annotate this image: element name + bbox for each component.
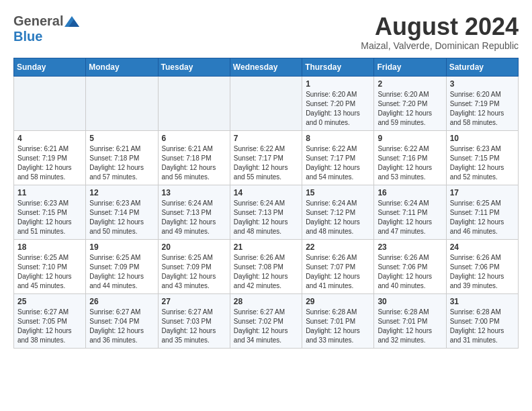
calendar-day: 11Sunrise: 6:23 AM Sunset: 7:15 PM Dayli…	[14, 185, 86, 239]
day-info: Sunrise: 6:20 AM Sunset: 7:20 PM Dayligh…	[378, 90, 442, 128]
day-info: Sunrise: 6:26 AM Sunset: 7:08 PM Dayligh…	[234, 253, 298, 291]
day-info: Sunrise: 6:23 AM Sunset: 7:15 PM Dayligh…	[450, 144, 515, 182]
weekday-header-sunday: Sunday	[14, 58, 86, 76]
day-info: Sunrise: 6:21 AM Sunset: 7:18 PM Dayligh…	[89, 144, 154, 182]
day-number: 28	[234, 297, 298, 306]
day-info: Sunrise: 6:28 AM Sunset: 7:01 PM Dayligh…	[378, 308, 442, 345]
calendar-day: 7Sunrise: 6:22 AM Sunset: 7:17 PM Daylig…	[230, 130, 302, 185]
day-info: Sunrise: 6:25 AM Sunset: 7:10 PM Dayligh…	[17, 253, 82, 291]
day-number: 5	[89, 134, 154, 143]
day-number: 23	[378, 242, 442, 252]
calendar-day: 19Sunrise: 6:25 AM Sunset: 7:09 PM Dayli…	[86, 239, 158, 293]
day-info: Sunrise: 6:23 AM Sunset: 7:15 PM Dayligh…	[17, 199, 82, 236]
day-number: 6	[162, 134, 226, 143]
calendar-day: 3Sunrise: 6:20 AM Sunset: 7:19 PM Daylig…	[446, 76, 518, 130]
weekday-header-saturday: Saturday	[446, 58, 518, 76]
day-info: Sunrise: 6:21 AM Sunset: 7:18 PM Dayligh…	[162, 144, 226, 182]
calendar-day: 2Sunrise: 6:20 AM Sunset: 7:20 PM Daylig…	[374, 76, 446, 130]
calendar-day	[86, 76, 158, 130]
calendar-title: August 2024	[361, 13, 519, 40]
day-number: 20	[162, 242, 226, 252]
weekday-header-row: SundayMondayTuesdayWednesdayThursdayFrid…	[14, 58, 519, 76]
calendar-week-row: 25Sunrise: 6:27 AM Sunset: 7:05 PM Dayli…	[14, 293, 519, 348]
day-info: Sunrise: 6:25 AM Sunset: 7:09 PM Dayligh…	[89, 253, 154, 291]
calendar-day: 5Sunrise: 6:21 AM Sunset: 7:18 PM Daylig…	[86, 130, 158, 185]
day-number: 11	[17, 188, 82, 197]
calendar-day: 10Sunrise: 6:23 AM Sunset: 7:15 PM Dayli…	[446, 130, 518, 185]
day-number: 17	[450, 188, 515, 197]
day-number: 2	[378, 79, 442, 89]
weekday-header-wednesday: Wednesday	[230, 58, 302, 76]
day-info: Sunrise: 6:23 AM Sunset: 7:14 PM Dayligh…	[89, 199, 154, 236]
title-block: August 2024 Maizal, Valverde, Dominican …	[361, 13, 519, 51]
calendar-day: 18Sunrise: 6:25 AM Sunset: 7:10 PM Dayli…	[14, 239, 86, 293]
day-number: 24	[450, 242, 515, 252]
calendar-week-row: 4Sunrise: 6:21 AM Sunset: 7:19 PM Daylig…	[14, 130, 519, 185]
day-info: Sunrise: 6:28 AM Sunset: 7:01 PM Dayligh…	[306, 308, 370, 345]
day-number: 10	[450, 134, 515, 143]
calendar-day: 29Sunrise: 6:28 AM Sunset: 7:01 PM Dayli…	[302, 293, 374, 348]
day-number: 27	[162, 297, 226, 306]
calendar-day: 28Sunrise: 6:27 AM Sunset: 7:02 PM Dayli…	[230, 293, 302, 348]
day-number: 15	[306, 188, 370, 197]
day-number: 22	[306, 242, 370, 252]
day-info: Sunrise: 6:25 AM Sunset: 7:11 PM Dayligh…	[450, 199, 515, 236]
day-info: Sunrise: 6:22 AM Sunset: 7:16 PM Dayligh…	[378, 144, 442, 182]
day-info: Sunrise: 6:26 AM Sunset: 7:06 PM Dayligh…	[378, 253, 442, 291]
calendar-day	[230, 76, 302, 130]
day-number: 3	[450, 79, 515, 89]
day-number: 29	[306, 297, 370, 306]
weekday-header-thursday: Thursday	[302, 58, 374, 76]
day-number: 30	[378, 297, 442, 306]
calendar-day: 6Sunrise: 6:21 AM Sunset: 7:18 PM Daylig…	[158, 130, 230, 185]
day-info: Sunrise: 6:20 AM Sunset: 7:20 PM Dayligh…	[306, 90, 370, 128]
calendar-day: 22Sunrise: 6:26 AM Sunset: 7:07 PM Dayli…	[302, 239, 374, 293]
calendar-day: 30Sunrise: 6:28 AM Sunset: 7:01 PM Dayli…	[374, 293, 446, 348]
calendar-day: 25Sunrise: 6:27 AM Sunset: 7:05 PM Dayli…	[14, 293, 86, 348]
day-number: 4	[17, 134, 82, 143]
day-info: Sunrise: 6:27 AM Sunset: 7:02 PM Dayligh…	[234, 308, 298, 345]
day-info: Sunrise: 6:26 AM Sunset: 7:07 PM Dayligh…	[306, 253, 370, 291]
calendar-day: 1Sunrise: 6:20 AM Sunset: 7:20 PM Daylig…	[302, 76, 374, 130]
day-number: 9	[378, 134, 442, 143]
calendar-week-row: 18Sunrise: 6:25 AM Sunset: 7:10 PM Dayli…	[14, 239, 519, 293]
logo: General Blue	[13, 13, 79, 44]
calendar-week-row: 11Sunrise: 6:23 AM Sunset: 7:15 PM Dayli…	[14, 185, 519, 239]
calendar-day: 27Sunrise: 6:27 AM Sunset: 7:03 PM Dayli…	[158, 293, 230, 348]
calendar-day: 8Sunrise: 6:22 AM Sunset: 7:17 PM Daylig…	[302, 130, 374, 185]
day-info: Sunrise: 6:28 AM Sunset: 7:00 PM Dayligh…	[450, 308, 515, 345]
day-number: 18	[17, 242, 82, 252]
calendar-table: SundayMondayTuesdayWednesdayThursdayFrid…	[13, 58, 519, 349]
day-number: 31	[450, 297, 515, 306]
calendar-week-row: 1Sunrise: 6:20 AM Sunset: 7:20 PM Daylig…	[14, 76, 519, 130]
day-number: 14	[234, 188, 298, 197]
day-number: 12	[89, 188, 154, 197]
calendar-day	[14, 76, 86, 130]
weekday-header-monday: Monday	[86, 58, 158, 76]
day-number: 19	[89, 242, 154, 252]
calendar-day: 15Sunrise: 6:24 AM Sunset: 7:12 PM Dayli…	[302, 185, 374, 239]
day-info: Sunrise: 6:24 AM Sunset: 7:11 PM Dayligh…	[378, 199, 442, 236]
calendar-day: 4Sunrise: 6:21 AM Sunset: 7:19 PM Daylig…	[14, 130, 86, 185]
day-info: Sunrise: 6:27 AM Sunset: 7:04 PM Dayligh…	[89, 308, 154, 345]
day-number: 1	[306, 79, 370, 89]
day-info: Sunrise: 6:24 AM Sunset: 7:13 PM Dayligh…	[234, 199, 298, 236]
page-header: General Blue August 2024 Maizal, Valverd…	[13, 13, 519, 51]
calendar-day: 26Sunrise: 6:27 AM Sunset: 7:04 PM Dayli…	[86, 293, 158, 348]
calendar-day: 12Sunrise: 6:23 AM Sunset: 7:14 PM Dayli…	[86, 185, 158, 239]
day-number: 21	[234, 242, 298, 252]
calendar-day: 24Sunrise: 6:26 AM Sunset: 7:06 PM Dayli…	[446, 239, 518, 293]
calendar-subtitle: Maizal, Valverde, Dominican Republic	[361, 40, 519, 51]
calendar-day: 9Sunrise: 6:22 AM Sunset: 7:16 PM Daylig…	[374, 130, 446, 185]
weekday-header-friday: Friday	[374, 58, 446, 76]
calendar-day: 17Sunrise: 6:25 AM Sunset: 7:11 PM Dayli…	[446, 185, 518, 239]
logo-general: General	[13, 13, 63, 29]
day-number: 25	[17, 297, 82, 306]
day-number: 16	[378, 188, 442, 197]
calendar-day: 20Sunrise: 6:25 AM Sunset: 7:09 PM Dayli…	[158, 239, 230, 293]
day-info: Sunrise: 6:20 AM Sunset: 7:19 PM Dayligh…	[450, 90, 515, 128]
logo-icon	[64, 16, 79, 27]
weekday-header-tuesday: Tuesday	[158, 58, 230, 76]
day-info: Sunrise: 6:25 AM Sunset: 7:09 PM Dayligh…	[162, 253, 226, 291]
calendar-day: 21Sunrise: 6:26 AM Sunset: 7:08 PM Dayli…	[230, 239, 302, 293]
